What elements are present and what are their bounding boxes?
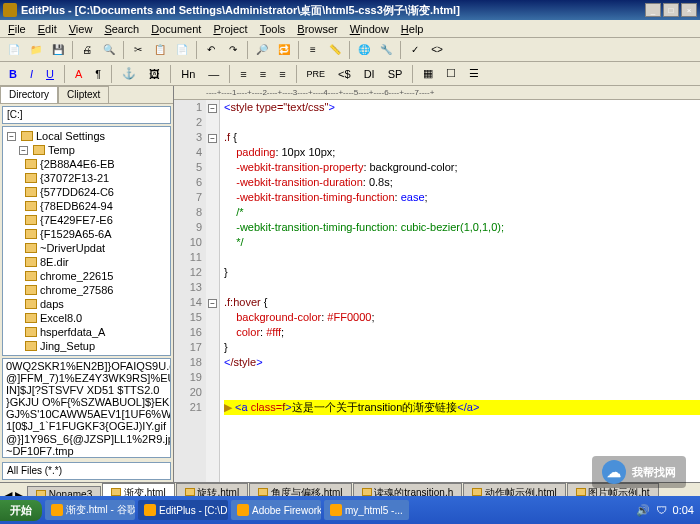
image-icon[interactable]: 🖼	[144, 65, 165, 83]
list-item[interactable]: 0WQ2SKR1%EN2B]}OFAIQS9U.gif	[4, 360, 169, 372]
menu-edit[interactable]: Edit	[32, 22, 63, 36]
code-line[interactable]	[224, 115, 700, 130]
table-icon[interactable]: ▦	[418, 65, 438, 83]
tray-icon[interactable]: 🛡	[656, 504, 667, 516]
align-center-icon[interactable]: ≡	[255, 65, 271, 83]
list-item[interactable]: @]FFM_7)1%EZ4Y3WK9RS]%EU.0	[4, 372, 169, 384]
minimize-button[interactable]: _	[645, 3, 661, 17]
menu-browser[interactable]: Browser	[291, 22, 343, 36]
menu-help[interactable]: Help	[395, 22, 430, 36]
nbsp-icon[interactable]: ¶	[90, 65, 106, 83]
taskbar-item[interactable]: EditPlus - [C:\D...	[138, 500, 228, 520]
tree-folder[interactable]: {37072F13-21	[5, 171, 168, 185]
menu-search[interactable]: Search	[98, 22, 145, 36]
replace-icon[interactable]: 🔁	[274, 40, 294, 60]
list-item[interactable]: 1[0$J_1`F1FUGKF3{OGEJ)IY.gif	[4, 420, 169, 432]
tree-folder[interactable]: {7E429FE7-E6	[5, 213, 168, 227]
lt-button[interactable]: <$	[333, 65, 356, 83]
code-line[interactable]	[224, 370, 700, 385]
tray-icon[interactable]: 🔊	[636, 504, 650, 517]
list-item[interactable]: GJ%S'10CAWW5AEV1[1UF6%W.jpg	[4, 408, 169, 420]
pre-button[interactable]: PRE	[302, 65, 331, 83]
sp-button[interactable]: SP	[383, 65, 408, 83]
list-item[interactable]: ~DF11CE.tmp	[4, 457, 169, 458]
system-tray[interactable]: 🔊 🛡 0:04	[630, 504, 700, 517]
bold-button[interactable]: B	[4, 65, 22, 83]
code-line[interactable]: .f {	[224, 130, 700, 145]
di-button[interactable]: DI	[359, 65, 380, 83]
code-line[interactable]	[224, 250, 700, 265]
heading-button[interactable]: Hn	[176, 65, 200, 83]
start-button[interactable]: 开始	[0, 500, 42, 521]
tree-temp[interactable]: − Temp	[5, 143, 168, 157]
redo-icon[interactable]: ↷	[223, 40, 243, 60]
tree-folder[interactable]: Excel8.0	[5, 311, 168, 325]
save-icon[interactable]: 💾	[48, 40, 68, 60]
preview-icon[interactable]: 🔍	[99, 40, 119, 60]
code-line[interactable]: /*	[224, 205, 700, 220]
code-line[interactable]: */	[224, 235, 700, 250]
cut-icon[interactable]: ✂	[128, 40, 148, 60]
tree-folder[interactable]: LiveUpdate	[5, 353, 168, 356]
menu-window[interactable]: Window	[344, 22, 395, 36]
code-line[interactable]: background-color: #FF0000;	[224, 310, 700, 325]
close-button[interactable]: ×	[681, 3, 697, 17]
directory-tree[interactable]: − Local Settings− Temp {2B88A4E6-EB {370…	[2, 126, 171, 356]
align-left-icon[interactable]: ≡	[235, 65, 251, 83]
tree-folder[interactable]: chrome_27586	[5, 283, 168, 297]
code-editor[interactable]: 123456789101112131415161718192021 − − − …	[174, 100, 700, 482]
tree-folder[interactable]: {F1529A65-6A	[5, 227, 168, 241]
tree-folder[interactable]: {78EDB624-94	[5, 199, 168, 213]
hr-icon[interactable]: —	[203, 65, 224, 83]
tag-icon[interactable]: <>	[427, 40, 447, 60]
fold-icon[interactable]: −	[208, 299, 217, 308]
code-line[interactable]: -webkit-transition-timing-function: cubi…	[224, 220, 700, 235]
fold-icon[interactable]: −	[208, 134, 217, 143]
taskbar-item[interactable]: my_html5 -...	[324, 500, 409, 520]
menu-tools[interactable]: Tools	[254, 22, 292, 36]
print-icon[interactable]: 🖨	[77, 40, 97, 60]
code-line[interactable]: }	[224, 265, 700, 280]
tree-folder[interactable]: chrome_22615	[5, 269, 168, 283]
menu-file[interactable]: File	[2, 22, 32, 36]
tree-folder[interactable]: hsperfdata_A	[5, 325, 168, 339]
taskbar-item[interactable]: 渐变.html - 谷歌...	[45, 500, 135, 520]
list-item[interactable]: @}]1Y96S_6{@JZSP]LL1%2R9.jpg	[4, 433, 169, 445]
tree-folder[interactable]: Jing_Setup	[5, 339, 168, 353]
code-line[interactable]: -webkit-transition-duration: 0.8s;	[224, 175, 700, 190]
tree-folder[interactable]: 8E.dir	[5, 255, 168, 269]
fold-icon[interactable]: −	[208, 104, 217, 113]
font-color-icon[interactable]: A	[70, 65, 87, 83]
tab-directory[interactable]: Directory	[0, 86, 58, 103]
list-item[interactable]: }GKJU O%F{%SZWABUOL]$}EK.jpg	[4, 396, 169, 408]
code-line[interactable]: -webkit-transition-property: background-…	[224, 160, 700, 175]
ruler-icon[interactable]: 📏	[325, 40, 345, 60]
maximize-button[interactable]: □	[663, 3, 679, 17]
code-line[interactable]: .f:hover {	[224, 295, 700, 310]
tree-folder[interactable]: daps	[5, 297, 168, 311]
italic-button[interactable]: I	[25, 65, 38, 83]
taskbar-item[interactable]: Adobe Fireworks ...	[231, 500, 321, 520]
align-right-icon[interactable]: ≡	[274, 65, 290, 83]
underline-button[interactable]: U	[41, 65, 59, 83]
file-list[interactable]: 0WQ2SKR1%EN2B]}OFAIQS9U.gif@]FFM_7)1%EZ4…	[2, 358, 171, 458]
wordwrap-icon[interactable]: ≡	[303, 40, 323, 60]
open-icon[interactable]: 📁	[26, 40, 46, 60]
code-line[interactable]: }	[224, 340, 700, 355]
tool-icon[interactable]: 🔧	[376, 40, 396, 60]
tree-folder[interactable]: {577DD624-C6	[5, 185, 168, 199]
spell-icon[interactable]: ✓	[405, 40, 425, 60]
list-item[interactable]: ~DF10F7.tmp	[4, 445, 169, 457]
code-line[interactable]: <style type="text/css">	[224, 100, 700, 115]
code-line[interactable]: padding: 10px 10px;	[224, 145, 700, 160]
code-line[interactable]: -webkit-transition-timing-function: ease…	[224, 190, 700, 205]
code-line[interactable]: </style>	[224, 355, 700, 370]
drive-select[interactable]: [C:]	[2, 106, 171, 124]
code-line[interactable]: color: #fff;	[224, 325, 700, 340]
tree-folder[interactable]: {2B88A4E6-EB	[5, 157, 168, 171]
list-item[interactable]: IN]$J[?STSVFV XD51 $TTS2.0	[4, 384, 169, 396]
find-icon[interactable]: 🔎	[252, 40, 272, 60]
menu-view[interactable]: View	[63, 22, 99, 36]
menu-project[interactable]: Project	[207, 22, 253, 36]
copy-icon[interactable]: 📋	[150, 40, 170, 60]
